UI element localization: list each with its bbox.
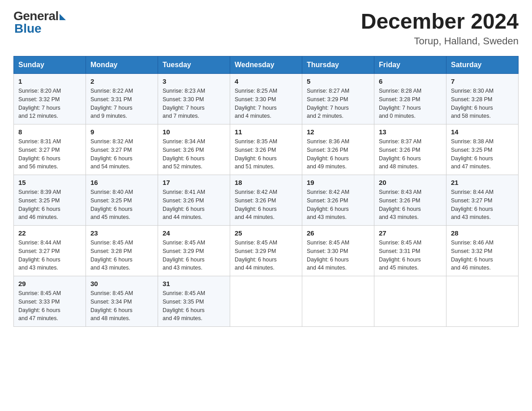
- calendar-day-cell: 11 Sunrise: 8:35 AMSunset: 3:26 PMDaylig…: [230, 124, 302, 175]
- calendar-day-cell: [302, 276, 374, 327]
- logo-blue-text: Blue: [14, 21, 42, 36]
- day-info: Sunrise: 8:45 AMSunset: 3:34 PMDaylight:…: [90, 290, 133, 321]
- page-header: General Blue December 2024 Torup, Hallan…: [13, 9, 519, 47]
- calendar-day-cell: 4 Sunrise: 8:25 AMSunset: 3:30 PMDayligh…: [230, 74, 302, 124]
- calendar-header-thursday: Thursday: [302, 56, 374, 74]
- calendar-header-wednesday: Wednesday: [230, 56, 302, 74]
- logo: General Blue: [13, 9, 66, 36]
- day-info: Sunrise: 8:45 AMSunset: 3:30 PMDaylight:…: [307, 240, 349, 271]
- day-number: 3: [163, 77, 225, 85]
- day-number: 6: [379, 77, 442, 85]
- calendar-day-cell: 15 Sunrise: 8:39 AMSunset: 3:25 PMDaylig…: [14, 175, 86, 226]
- day-info: Sunrise: 8:42 AMSunset: 3:26 PMDaylight:…: [307, 189, 349, 220]
- day-info: Sunrise: 8:45 AMSunset: 3:33 PMDaylight:…: [18, 290, 61, 321]
- calendar-day-cell: 25 Sunrise: 8:45 AMSunset: 3:29 PMDaylig…: [230, 226, 302, 276]
- calendar-header-row: SundayMondayTuesdayWednesdayThursdayFrid…: [14, 56, 519, 74]
- calendar-day-cell: 14 Sunrise: 8:38 AMSunset: 3:25 PMDaylig…: [446, 124, 519, 175]
- day-number: 19: [307, 179, 369, 186]
- day-info: Sunrise: 8:23 AMSunset: 3:30 PMDaylight:…: [163, 88, 205, 119]
- day-number: 26: [307, 229, 369, 237]
- day-info: Sunrise: 8:27 AMSunset: 3:29 PMDaylight:…: [307, 88, 349, 119]
- day-info: Sunrise: 8:45 AMSunset: 3:31 PMDaylight:…: [379, 240, 421, 271]
- calendar-day-cell: 6 Sunrise: 8:28 AMSunset: 3:28 PMDayligh…: [374, 74, 446, 124]
- calendar-table: SundayMondayTuesdayWednesdayThursdayFrid…: [13, 56, 519, 327]
- calendar-day-cell: [230, 276, 302, 327]
- day-number: 21: [451, 179, 514, 186]
- day-number: 22: [18, 229, 81, 237]
- day-number: 14: [451, 128, 514, 136]
- day-number: 28: [451, 229, 514, 237]
- day-number: 9: [90, 128, 153, 136]
- calendar-day-cell: 13 Sunrise: 8:37 AMSunset: 3:26 PMDaylig…: [374, 124, 446, 175]
- day-info: Sunrise: 8:43 AMSunset: 3:26 PMDaylight:…: [379, 189, 421, 220]
- calendar-day-cell: 29 Sunrise: 8:45 AMSunset: 3:33 PMDaylig…: [14, 276, 86, 327]
- calendar-week-row: 1 Sunrise: 8:20 AMSunset: 3:32 PMDayligh…: [14, 74, 519, 124]
- calendar-day-cell: 18 Sunrise: 8:42 AMSunset: 3:26 PMDaylig…: [230, 175, 302, 226]
- day-number: 8: [18, 128, 81, 136]
- day-info: Sunrise: 8:31 AMSunset: 3:27 PMDaylight:…: [18, 138, 61, 170]
- calendar-day-cell: 31 Sunrise: 8:45 AMSunset: 3:35 PMDaylig…: [158, 276, 230, 327]
- calendar-day-cell: 3 Sunrise: 8:23 AMSunset: 3:30 PMDayligh…: [158, 74, 230, 124]
- day-number: 10: [163, 128, 225, 136]
- title-block: December 2024 Torup, Halland, Sweden: [361, 9, 519, 47]
- day-info: Sunrise: 8:38 AMSunset: 3:25 PMDaylight:…: [451, 138, 493, 170]
- logo-arrow-icon: [60, 14, 66, 20]
- calendar-day-cell: 17 Sunrise: 8:41 AMSunset: 3:26 PMDaylig…: [158, 175, 230, 226]
- day-info: Sunrise: 8:37 AMSunset: 3:26 PMDaylight:…: [379, 138, 421, 170]
- calendar-header-sunday: Sunday: [14, 56, 86, 74]
- day-number: 1: [18, 77, 81, 85]
- day-info: Sunrise: 8:45 AMSunset: 3:29 PMDaylight:…: [163, 240, 205, 271]
- calendar-day-cell: 30 Sunrise: 8:45 AMSunset: 3:34 PMDaylig…: [86, 276, 158, 327]
- day-number: 5: [307, 77, 369, 85]
- calendar-day-cell: 22 Sunrise: 8:44 AMSunset: 3:27 PMDaylig…: [14, 226, 86, 276]
- day-info: Sunrise: 8:44 AMSunset: 3:27 PMDaylight:…: [18, 240, 61, 271]
- day-info: Sunrise: 8:34 AMSunset: 3:26 PMDaylight:…: [163, 138, 205, 170]
- day-info: Sunrise: 8:45 AMSunset: 3:35 PMDaylight:…: [163, 290, 205, 321]
- calendar-header-monday: Monday: [86, 56, 158, 74]
- day-number: 13: [379, 128, 442, 136]
- day-number: 7: [451, 77, 514, 85]
- calendar-header-saturday: Saturday: [446, 56, 519, 74]
- day-number: 15: [18, 179, 81, 186]
- day-number: 18: [235, 179, 297, 186]
- location-title: Torup, Halland, Sweden: [361, 35, 519, 47]
- day-info: Sunrise: 8:46 AMSunset: 3:32 PMDaylight:…: [451, 240, 493, 271]
- day-info: Sunrise: 8:28 AMSunset: 3:28 PMDaylight:…: [379, 88, 421, 119]
- day-info: Sunrise: 8:20 AMSunset: 3:32 PMDaylight:…: [18, 88, 61, 119]
- calendar-day-cell: 1 Sunrise: 8:20 AMSunset: 3:32 PMDayligh…: [14, 74, 86, 124]
- day-number: 11: [235, 128, 297, 136]
- calendar-day-cell: 20 Sunrise: 8:43 AMSunset: 3:26 PMDaylig…: [374, 175, 446, 226]
- calendar-day-cell: 16 Sunrise: 8:40 AMSunset: 3:25 PMDaylig…: [86, 175, 158, 226]
- day-number: 24: [163, 229, 225, 237]
- calendar-day-cell: 8 Sunrise: 8:31 AMSunset: 3:27 PMDayligh…: [14, 124, 86, 175]
- day-info: Sunrise: 8:45 AMSunset: 3:29 PMDaylight:…: [235, 240, 277, 271]
- day-info: Sunrise: 8:22 AMSunset: 3:31 PMDaylight:…: [90, 88, 133, 119]
- calendar-week-row: 15 Sunrise: 8:39 AMSunset: 3:25 PMDaylig…: [14, 175, 519, 226]
- day-number: 17: [163, 179, 225, 186]
- calendar-day-cell: 28 Sunrise: 8:46 AMSunset: 3:32 PMDaylig…: [446, 226, 519, 276]
- calendar-day-cell: 19 Sunrise: 8:42 AMSunset: 3:26 PMDaylig…: [302, 175, 374, 226]
- day-number: 25: [235, 229, 297, 237]
- day-number: 2: [90, 77, 153, 85]
- day-number: 20: [379, 179, 442, 186]
- calendar-week-row: 29 Sunrise: 8:45 AMSunset: 3:33 PMDaylig…: [14, 276, 519, 327]
- day-info: Sunrise: 8:39 AMSunset: 3:25 PMDaylight:…: [18, 189, 61, 220]
- day-info: Sunrise: 8:25 AMSunset: 3:30 PMDaylight:…: [235, 88, 277, 119]
- month-title: December 2024: [361, 9, 519, 34]
- calendar-day-cell: 5 Sunrise: 8:27 AMSunset: 3:29 PMDayligh…: [302, 74, 374, 124]
- day-number: 12: [307, 128, 369, 136]
- day-number: 29: [18, 280, 81, 287]
- day-number: 27: [379, 229, 442, 237]
- calendar-header-friday: Friday: [374, 56, 446, 74]
- day-number: 16: [90, 179, 153, 186]
- day-info: Sunrise: 8:40 AMSunset: 3:25 PMDaylight:…: [90, 189, 133, 220]
- day-info: Sunrise: 8:30 AMSunset: 3:28 PMDaylight:…: [451, 88, 493, 119]
- calendar-day-cell: 2 Sunrise: 8:22 AMSunset: 3:31 PMDayligh…: [86, 74, 158, 124]
- calendar-day-cell: 9 Sunrise: 8:32 AMSunset: 3:27 PMDayligh…: [86, 124, 158, 175]
- calendar-day-cell: 27 Sunrise: 8:45 AMSunset: 3:31 PMDaylig…: [374, 226, 446, 276]
- calendar-week-row: 8 Sunrise: 8:31 AMSunset: 3:27 PMDayligh…: [14, 124, 519, 175]
- calendar-day-cell: 26 Sunrise: 8:45 AMSunset: 3:30 PMDaylig…: [302, 226, 374, 276]
- calendar-header-tuesday: Tuesday: [158, 56, 230, 74]
- calendar-day-cell: [374, 276, 446, 327]
- day-info: Sunrise: 8:35 AMSunset: 3:26 PMDaylight:…: [235, 138, 277, 170]
